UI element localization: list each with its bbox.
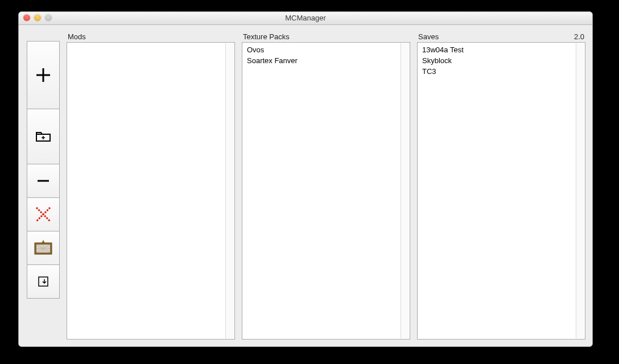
texture-packs-column: Texture Packs OvosSoartex Fanver bbox=[242, 31, 410, 340]
scrollbar[interactable] bbox=[576, 43, 584, 338]
texture-packs-list[interactable]: OvosSoartex Fanver bbox=[242, 42, 410, 340]
titlebar[interactable]: MCManager bbox=[19, 12, 592, 25]
list-item[interactable]: Skyblock bbox=[421, 55, 575, 66]
painting-button[interactable] bbox=[27, 231, 60, 264]
mods-list[interactable] bbox=[67, 42, 235, 340]
scrollbar[interactable] bbox=[401, 43, 409, 338]
window-controls bbox=[23, 14, 52, 21]
export-button[interactable] bbox=[27, 264, 60, 299]
delete-button[interactable] bbox=[27, 197, 60, 231]
list-item[interactable]: TC3 bbox=[421, 66, 575, 77]
minimize-window-button[interactable] bbox=[34, 14, 41, 21]
saves-list[interactable]: 13w04a TestSkyblockTC3 bbox=[417, 42, 585, 340]
mods-header: Mods bbox=[68, 32, 86, 41]
close-window-button[interactable] bbox=[23, 14, 30, 21]
list-item[interactable]: Ovos bbox=[246, 44, 399, 55]
add-folder-button[interactable] bbox=[27, 109, 60, 164]
window-title: MCManager bbox=[285, 14, 326, 22]
app-window: MCManager bbox=[18, 11, 593, 347]
export-icon bbox=[37, 275, 49, 288]
painting-icon bbox=[33, 239, 53, 257]
red-x-icon bbox=[34, 205, 53, 224]
version-label: 2.0 bbox=[574, 32, 584, 41]
saves-column: Saves 2.0 13w04a TestSkyblockTC3 bbox=[417, 31, 585, 340]
remove-button[interactable] bbox=[27, 164, 60, 197]
list-item[interactable]: 13w04a Test bbox=[421, 44, 575, 55]
texture-packs-header: Texture Packs bbox=[243, 32, 290, 41]
minus-icon bbox=[35, 172, 52, 189]
zoom-window-button[interactable] bbox=[45, 14, 52, 21]
folder-plus-icon bbox=[35, 130, 52, 143]
mods-column: Mods bbox=[67, 31, 235, 340]
window-body: Mods Texture Packs OvosSoartex Fanver bbox=[19, 25, 592, 346]
scrollbar[interactable] bbox=[225, 43, 234, 338]
plus-icon bbox=[35, 67, 52, 84]
saves-header: Saves bbox=[418, 32, 439, 41]
add-button[interactable] bbox=[27, 41, 60, 109]
sidebar bbox=[27, 41, 60, 340]
list-item[interactable]: Soartex Fanver bbox=[246, 55, 399, 66]
